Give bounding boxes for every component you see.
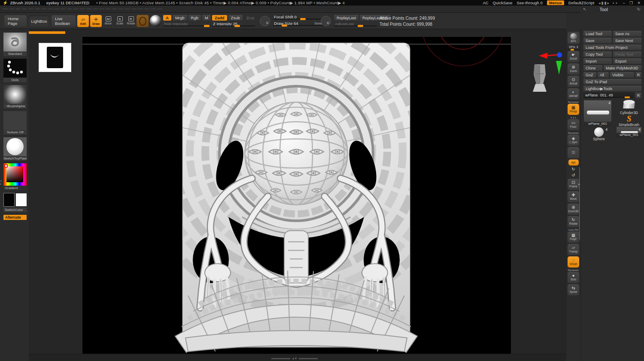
lightbox-tools-button[interactable]: Lightbox▶Tools <box>583 86 641 91</box>
live-boolean-button[interactable]: Live Boolean <box>52 15 76 27</box>
document-canvas[interactable] <box>82 37 511 354</box>
alpha-selector[interactable]: ~BrushAlpha <box>3 85 27 108</box>
palette-dock-icons[interactable]: ◂▮▮▸ ◖◗ <box>598 1 618 5</box>
switch-color[interactable]: SwitchColor <box>3 193 27 212</box>
a-button[interactable]: A <box>163 15 171 21</box>
shelf-item[interactable]: ⚿ <box>568 147 579 158</box>
menu-item[interactable] <box>41 9 46 9</box>
camera-gizmo[interactable] <box>522 38 565 93</box>
menu-item[interactable] <box>15 9 21 9</box>
shelf-scrollbar[interactable] <box>579 167 580 240</box>
menu-item[interactable] <box>151 9 156 9</box>
main-color-swatch[interactable] <box>3 193 15 207</box>
export-button[interactable]: Export <box>613 58 641 64</box>
shelf-item[interactable]: Dynamic ▦ Persp <box>568 101 579 115</box>
menu-item[interactable] <box>3 9 8 9</box>
menu-item[interactable] <box>93 9 98 9</box>
menu-item[interactable] <box>67 9 72 9</box>
menu-item[interactable] <box>99 9 104 9</box>
draw-size-slider[interactable]: Draw Size 64 Dynamic <box>273 21 327 27</box>
load-tool-button[interactable]: Load Tool <box>583 31 612 36</box>
menu-item[interactable] <box>22 9 27 9</box>
alternate-button[interactable]: Alternate <box>3 215 27 220</box>
lightbox-divider-bar[interactable] <box>29 31 65 34</box>
zcut-button[interactable]: Zcut <box>244 15 257 21</box>
replay-settings-icon[interactable]: D <box>321 16 331 26</box>
save-as-button[interactable]: Save As <box>613 31 641 36</box>
tool-section-item[interactable] <box>583 175 641 176</box>
menu-item[interactable] <box>144 9 149 9</box>
shelf-item[interactable]: Line Fill ▦ PolyF <box>568 229 579 243</box>
make-polymesh3d-button[interactable]: Make PolyMesh3D <box>604 65 641 71</box>
shelf-item[interactable]: ⇆ Xpose <box>568 284 579 295</box>
shelf-item[interactable]: ✚ Move <box>568 191 579 202</box>
move-button[interactable]: M Move <box>103 16 113 27</box>
shelf-item[interactable]: ☛ Scroll <box>568 51 579 62</box>
save-next-button[interactable]: Save Next <box>613 38 641 43</box>
stroke-settings-icon[interactable]: S <box>260 16 270 26</box>
rgb-intensity-slider[interactable]: Rgb Intensity <box>163 22 210 27</box>
rotate-button[interactable]: R Rotate <box>126 16 136 27</box>
texture-selector[interactable]: Texture Off <box>3 111 27 135</box>
shelf-item[interactable]: ⊕ Zoom3D <box>568 204 579 215</box>
shelf-item[interactable]: x y z ▭ Floor <box>568 116 579 130</box>
focal-shift-slider[interactable]: Focal Shift 0 <box>273 15 327 20</box>
shelf-item[interactable]: ↻ Rotate <box>568 216 579 227</box>
copy-tool-button[interactable]: Copy Tool <box>583 51 612 57</box>
window-controls[interactable]: – ❐ ✕ <box>623 1 642 5</box>
menu-item[interactable] <box>138 9 143 9</box>
tool-slider[interactable]: wPlane_001. 49 <box>583 93 634 98</box>
menus-toggle-button[interactable]: Menus <box>547 0 564 5</box>
cylinder3d-tool[interactable]: Cylinder3D <box>617 100 641 115</box>
shelf-item[interactable]: ⊡ Frame <box>568 179 579 190</box>
default-zscript-button[interactable]: DefaultZScript <box>568 0 594 5</box>
menu-item[interactable] <box>48 9 53 9</box>
clone-button[interactable]: Clone <box>583 65 602 71</box>
shelf-item[interactable]: ↻ <box>571 167 577 172</box>
see-through-slider[interactable]: See-through 0 <box>517 0 543 6</box>
material-selector[interactable]: SketchToyPlastic <box>3 137 27 161</box>
import-button[interactable]: Import <box>583 58 612 64</box>
menu-item[interactable] <box>106 9 111 9</box>
scale-button[interactable]: S Scale <box>115 16 125 27</box>
m-button[interactable]: M <box>202 15 211 21</box>
current-material-sphere[interactable] <box>150 15 161 27</box>
menu-item[interactable] <box>28 9 33 9</box>
goz-r-button[interactable]: R <box>635 72 641 78</box>
shelf-item[interactable]: Dynamic ● Solo <box>568 269 579 283</box>
active-tool-thumbnail[interactable]: 4 wPlane_001 <box>583 100 612 126</box>
palette-refresh-icon[interactable]: ↻ <box>637 7 641 12</box>
simplebrush-tool[interactable]: S SimpleBrush <box>617 114 641 127</box>
menu-item[interactable] <box>157 9 162 9</box>
spix-slider[interactable]: SPix 3 <box>567 45 580 50</box>
goz-visible-button[interactable]: Visible <box>610 72 634 78</box>
palette-back-icon[interactable]: ↖ <box>583 7 586 12</box>
current-color-swatch[interactable] <box>4 164 8 168</box>
goz-button[interactable]: GoZ <box>583 72 596 78</box>
wplane-tool[interactable]: 4 wPlane_001 <box>616 126 642 138</box>
menu-item[interactable] <box>131 9 137 9</box>
menu-item[interactable] <box>61 9 66 9</box>
tray-resize-handle[interactable]: ◂▸ <box>0 179 2 185</box>
shelf-item[interactable]: ⊙ Actual <box>568 76 579 87</box>
stroke-selector[interactable]: Dots <box>3 59 27 82</box>
shelf-item[interactable]: ↺ <box>571 173 577 178</box>
edit-button[interactable]: ▱ Edit <box>77 15 89 27</box>
home-page-button[interactable]: Home Page <box>4 15 27 27</box>
replay-last-button[interactable]: ReplayLast <box>334 15 358 21</box>
shelf-item[interactable]: ⊕ Zoom <box>568 63 579 75</box>
zadd-button[interactable]: Zadd <box>212 15 227 21</box>
viewport[interactable]: ▲▼ <box>29 29 566 361</box>
menu-item[interactable] <box>9 9 14 9</box>
shelf-item[interactable]: ◐ AAHalf <box>568 88 579 99</box>
save-button[interactable]: Save <box>583 38 612 43</box>
rgb-button[interactable]: Rgb <box>188 15 201 21</box>
load-tools-from-project-button[interactable]: Load Tools From Project <box>583 45 641 50</box>
color-picker[interactable]: Gradient <box>3 163 27 190</box>
paste-tool-button[interactable]: Paste Tool <box>613 51 641 57</box>
menu-item[interactable] <box>54 9 59 9</box>
menu-item[interactable] <box>86 9 91 9</box>
tool-slider-r-button[interactable]: R <box>635 93 641 98</box>
draw-button[interactable]: ✛ Draw <box>90 15 102 27</box>
zsub-button[interactable]: Zsub <box>228 15 243 21</box>
